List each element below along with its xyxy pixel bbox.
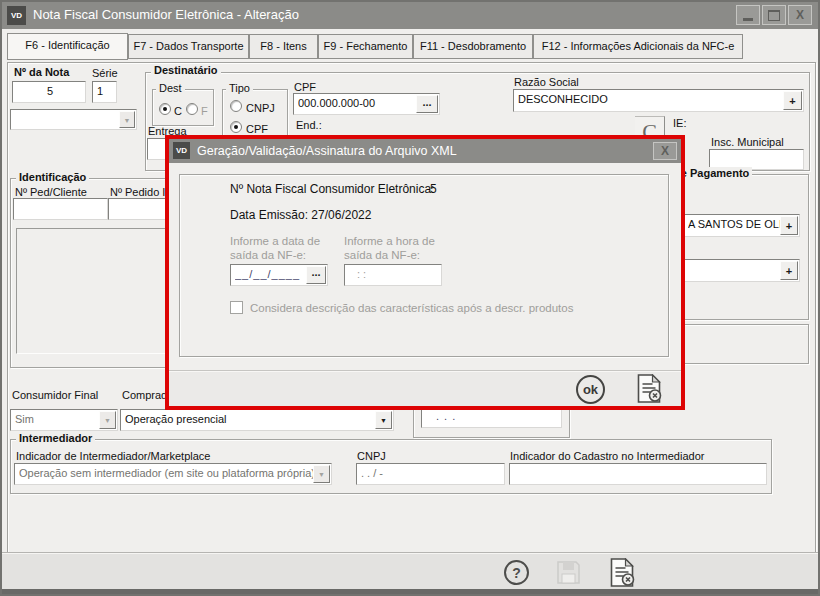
comprador-label: Comprad bbox=[122, 389, 167, 402]
window-title: Nota Fiscal Consumidor Eletrônica - Alte… bbox=[33, 2, 299, 28]
ellipsis-icon: ... bbox=[311, 266, 320, 278]
nota-field[interactable]: 5 bbox=[12, 81, 86, 103]
razao-social-add-button[interactable]: + bbox=[783, 91, 802, 110]
dest-label: Dest bbox=[156, 82, 185, 95]
chevron-down-icon: ▼ bbox=[318, 471, 325, 478]
pagamento-add-button-2[interactable]: + bbox=[780, 261, 798, 280]
hora-saida-field[interactable]: : : bbox=[344, 264, 442, 286]
razao-social-field[interactable]: DESCONHECIDO + bbox=[513, 89, 804, 112]
minimize-icon bbox=[743, 18, 753, 21]
minimize-button[interactable] bbox=[736, 5, 760, 25]
dialog-title: Geração/Validação/Assinatura do Arquivo … bbox=[197, 139, 457, 163]
help-icon: ? bbox=[512, 565, 521, 581]
dialog-body: Nº Nota Fiscal Consumidor Eletrônica: 5 … bbox=[169, 163, 681, 406]
serie-label: Série bbox=[92, 67, 118, 80]
close-button[interactable]: X bbox=[788, 5, 812, 25]
hora-saida-mask: : : bbox=[357, 268, 439, 280]
help-button[interactable]: ? bbox=[504, 560, 529, 585]
tipo-cnpj-radio[interactable] bbox=[230, 100, 242, 112]
ellipsis-icon: ... bbox=[422, 96, 431, 108]
bottom-toolbar bbox=[2, 552, 818, 589]
cadastro-intermediador-label: Indicador do Cadastro no Intermediador bbox=[510, 450, 704, 463]
ok-button[interactable]: ok bbox=[576, 375, 605, 404]
tipo-cpf-radio[interactable] bbox=[230, 121, 242, 133]
identificacao-group-label: Identificação bbox=[16, 171, 89, 184]
main-titlebar: VD Nota Fiscal Consumidor Eletrônica - A… bbox=[2, 2, 818, 29]
tab-identificacao[interactable]: F6 - Identificação bbox=[7, 33, 128, 60]
consumidor-final-combobox[interactable]: Sim ▼ bbox=[10, 409, 118, 431]
comprador-combobox[interactable]: Operação presencial ▼ bbox=[120, 409, 394, 431]
data-saida-lookup-button[interactable]: ... bbox=[306, 266, 326, 284]
dialog-vd-icon: VD bbox=[173, 142, 190, 159]
save-icon bbox=[556, 560, 581, 585]
pagamento-field-2[interactable]: + bbox=[665, 259, 800, 282]
dest-f-label: F bbox=[201, 105, 208, 118]
nota-value: 5 bbox=[17, 85, 83, 97]
main-window: VD Nota Fiscal Consumidor Eletrônica - A… bbox=[0, 0, 820, 596]
document-x-icon bbox=[609, 558, 636, 587]
plus-icon: + bbox=[786, 265, 792, 277]
dialog-panel: Nº Nota Fiscal Consumidor Eletrônica: 5 … bbox=[179, 174, 669, 357]
empty-combobox-arrow[interactable]: ▼ bbox=[119, 111, 135, 128]
cadastro-intermediador-field[interactable] bbox=[509, 463, 767, 485]
indicador-intermediador-arrow[interactable]: ▼ bbox=[313, 465, 330, 483]
pagamento-field-1[interactable]: A SANTOS DE OLIVE + bbox=[665, 214, 800, 237]
indicador-intermediador-combobox[interactable]: Operação sem intermediador (em site ou p… bbox=[14, 463, 332, 485]
hora-saida-label: Informe a hora de saída da NF-e: bbox=[344, 234, 454, 262]
razao-social-value: DESCONHECIDO bbox=[518, 93, 801, 105]
dialog-nota-value: 5 bbox=[430, 183, 437, 196]
save-button[interactable] bbox=[556, 560, 581, 585]
dest-c-radio[interactable] bbox=[159, 103, 171, 115]
maximize-button[interactable] bbox=[762, 5, 786, 25]
app-vd-icon: VD bbox=[7, 6, 26, 25]
serie-field[interactable]: 1 bbox=[92, 81, 117, 103]
cpf-lookup-button[interactable]: ... bbox=[416, 95, 438, 113]
ped-cliente-field[interactable] bbox=[13, 198, 108, 220]
dest-f-radio[interactable] bbox=[186, 103, 198, 115]
tab-desdobramento[interactable]: F11 - Desdobramento bbox=[413, 34, 533, 59]
serie-value: 1 bbox=[97, 85, 114, 97]
comprador-value: Operação presencial bbox=[125, 413, 391, 425]
close-icon: X bbox=[661, 144, 669, 158]
pagamento-add-button-1[interactable]: + bbox=[780, 216, 798, 235]
comprador-arrow[interactable]: ▼ bbox=[375, 411, 392, 429]
empty-combobox[interactable]: ▼ bbox=[10, 109, 137, 130]
cancel-button[interactable] bbox=[609, 558, 636, 587]
tipo-label: Tipo bbox=[226, 82, 253, 95]
dialog-close-button[interactable]: X bbox=[653, 142, 677, 160]
hidden-date-mask: . . . bbox=[436, 410, 559, 422]
destinatario-group-label: Destinatário bbox=[151, 64, 221, 77]
maximize-icon bbox=[768, 10, 780, 21]
cpf-field[interactable]: 000.000.000-00 ... bbox=[293, 93, 440, 115]
tab-informacoes-adicionais[interactable]: F12 - Informações Adicionais da NFC-e bbox=[533, 34, 743, 59]
intermediador-cnpj-label: CNPJ bbox=[357, 450, 386, 463]
indicador-intermediador-label: Indicador de Intermediador/Marketplace bbox=[16, 450, 210, 463]
tab-fechamento[interactable]: F9 - Fechamento bbox=[318, 34, 413, 59]
end-label: End.: bbox=[296, 119, 322, 132]
tipo-cnpj-label: CNPJ bbox=[246, 102, 275, 115]
data-saida-field[interactable]: __/__/____ ... bbox=[230, 264, 328, 286]
nota-label: Nº da Nota bbox=[14, 66, 69, 79]
dialog-cancel-button[interactable] bbox=[636, 374, 663, 403]
indicador-intermediador-value: Operação sem intermediador (em site ou p… bbox=[19, 467, 329, 479]
intermediador-group-label: Intermediador bbox=[16, 432, 95, 445]
caracteristicas-checkbox[interactable] bbox=[230, 301, 243, 314]
data-saida-label: Informe a data de saída da NF-e: bbox=[230, 234, 340, 262]
close-icon: X bbox=[796, 8, 804, 22]
dialog-emissao-label: Data Emissão: 27/06/2022 bbox=[230, 209, 371, 222]
dialog-titlebar: VD Geração/Validação/Assinatura do Arqui… bbox=[169, 139, 681, 163]
consumidor-final-label: Consumidor Final bbox=[12, 389, 98, 402]
xml-dialog: VD Geração/Validação/Assinatura do Arqui… bbox=[165, 135, 685, 410]
dest-c-label: C bbox=[174, 105, 182, 118]
document-x-icon bbox=[636, 374, 663, 403]
razao-social-label: Razão Social bbox=[514, 76, 579, 89]
dialog-nota-label: Nº Nota Fiscal Consumidor Eletrônica: bbox=[230, 183, 434, 196]
consumidor-final-arrow[interactable]: ▼ bbox=[99, 411, 116, 429]
tab-dados-transporte[interactable]: F7 - Dados Transporte bbox=[128, 34, 249, 59]
plus-icon: + bbox=[786, 220, 792, 232]
intermediador-cnpj-mask: . . / - bbox=[361, 467, 502, 479]
tab-itens[interactable]: F8 - Itens bbox=[249, 34, 318, 59]
intermediador-cnpj-field[interactable]: . . / - bbox=[356, 463, 505, 485]
caracteristicas-checkbox-label: Considera descrição das características … bbox=[250, 302, 573, 314]
chevron-down-icon: ▼ bbox=[104, 417, 111, 424]
